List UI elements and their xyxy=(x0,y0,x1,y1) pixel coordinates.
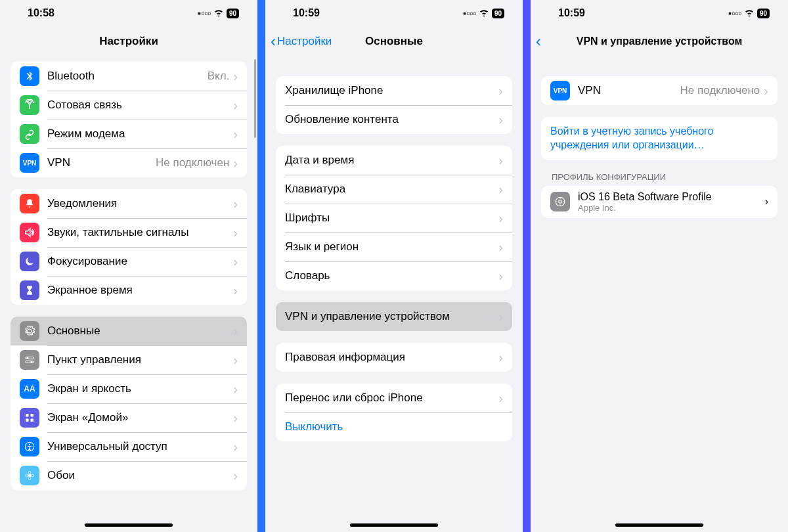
row-notifications[interactable]: Уведомления › xyxy=(11,189,247,218)
battery-icon: 90 xyxy=(492,9,504,18)
row-vpn[interactable]: VPN VPN Не подключен › xyxy=(11,148,247,177)
chevron-right-icon: › xyxy=(233,468,238,483)
row-fonts[interactable]: Шрифты › xyxy=(276,204,512,233)
svg-rect-5 xyxy=(31,414,34,417)
chevron-right-icon: › xyxy=(233,254,238,269)
row-bluetooth[interactable]: Bluetooth Вкл. › xyxy=(11,62,247,91)
vpn-icon: VPN xyxy=(20,153,39,173)
profile-group: iOS 16 Beta Software Profile Apple Inc. … xyxy=(541,186,777,218)
row-label: VPN xyxy=(578,84,680,97)
bell-icon xyxy=(20,194,39,213)
row-vpn-device-management[interactable]: VPN и управление устройством › xyxy=(276,302,512,331)
chevron-right-icon: › xyxy=(765,196,768,208)
vpn-icon: VPN xyxy=(550,81,570,100)
chevron-right-icon: › xyxy=(498,83,503,99)
row-keyboard[interactable]: Клавиатура › xyxy=(276,175,512,204)
vpn-group: VPN и управление устройством › xyxy=(276,302,512,331)
svg-rect-7 xyxy=(31,419,34,422)
chevron-right-icon: › xyxy=(498,112,503,127)
back-button[interactable]: ‹ Настройки xyxy=(271,32,332,51)
row-label: Фокусирование xyxy=(47,255,233,268)
home-indicator[interactable] xyxy=(615,523,703,527)
row-home-screen[interactable]: Экран «Домой» › xyxy=(11,403,247,432)
chevron-right-icon: › xyxy=(233,69,238,84)
chevron-right-icon: › xyxy=(233,225,238,240)
accessibility-icon xyxy=(20,437,39,456)
section-header: ПРОФИЛЬ КОНФИГУРАЦИИ xyxy=(552,172,767,182)
row-label: Звуки, тактильные сигналы xyxy=(47,226,233,239)
speaker-icon xyxy=(20,223,39,242)
hourglass-icon xyxy=(20,280,39,300)
antenna-icon xyxy=(20,95,39,115)
back-label: Настройки xyxy=(277,35,332,48)
bluetooth-icon xyxy=(20,66,39,86)
wifi-icon xyxy=(744,8,755,18)
wifi-icon xyxy=(213,8,224,18)
row-label: Режим модема xyxy=(47,127,233,141)
row-transfer-reset[interactable]: Перенос или сброс iPhone › xyxy=(276,384,512,412)
phone-screen-2: 10:59 ▪▫▫▫ 90 ‹ Настройки Основные Храни… xyxy=(265,0,523,532)
row-hotspot[interactable]: Режим модема › xyxy=(11,120,247,148)
row-control-center[interactable]: Пункт управления › xyxy=(11,345,247,374)
switches-icon xyxy=(20,350,39,370)
battery-icon: 90 xyxy=(227,9,239,18)
row-screentime[interactable]: Экранное время › xyxy=(11,276,247,305)
row-sounds[interactable]: Звуки, тактильные сигналы › xyxy=(11,218,247,247)
scroll-indicator[interactable] xyxy=(254,59,256,138)
row-legal[interactable]: Правовая информация › xyxy=(276,343,512,372)
back-button[interactable]: ‹ xyxy=(536,32,542,51)
profile-text: iOS 16 Beta Software Profile Apple Inc. xyxy=(578,191,765,213)
row-vpn-status[interactable]: VPN VPN Не подключено › xyxy=(541,76,777,105)
home-indicator[interactable] xyxy=(85,523,173,527)
row-background-refresh[interactable]: Обновление контента › xyxy=(276,105,512,134)
row-label: Обои xyxy=(47,469,233,482)
row-shutdown[interactable]: Выключить xyxy=(276,412,512,441)
row-dictionary[interactable]: Словарь › xyxy=(276,261,512,290)
row-datetime[interactable]: Дата и время › xyxy=(276,146,512,175)
general-group: Основные › Пункт управления › AA Экран и… xyxy=(11,317,247,490)
row-cellular[interactable]: Сотовая связь › xyxy=(11,91,247,120)
row-label: Уведомления xyxy=(47,197,233,210)
page-title: Основные xyxy=(365,35,423,48)
profile-subtitle: Apple Inc. xyxy=(578,203,765,213)
clock: 10:59 xyxy=(558,7,585,19)
row-label: Пункт управления xyxy=(47,353,233,366)
row-label: Шрифты xyxy=(285,211,498,225)
notifications-group: Уведомления › Звуки, тактильные сигналы … xyxy=(11,189,247,305)
chevron-right-icon: › xyxy=(233,127,238,142)
storage-group: Хранилище iPhone › Обновление контента › xyxy=(276,76,512,134)
row-accessibility[interactable]: Универсальный доступ › xyxy=(11,432,247,461)
vpn-management-list: VPN VPN Не подключено › Войти в учетную … xyxy=(531,56,788,230)
link-icon xyxy=(20,124,39,144)
chevron-right-icon: › xyxy=(764,83,768,99)
row-configuration-profile[interactable]: iOS 16 Beta Software Profile Apple Inc. … xyxy=(541,186,777,218)
reset-group: Перенос или сброс iPhone › Выключить xyxy=(276,384,512,441)
row-display[interactable]: AA Экран и яркость › xyxy=(11,374,247,403)
connectivity-group: Bluetooth Вкл. › Сотовая связь › Режим м… xyxy=(11,62,247,177)
datetime-group: Дата и время › Клавиатура › Шрифты › Язы… xyxy=(276,146,512,290)
status-bar: 10:59 ▪▫▫▫ 90 xyxy=(265,0,523,26)
row-label: Перенос или сброс iPhone xyxy=(285,391,498,405)
row-focus[interactable]: Фокусирование › xyxy=(11,247,247,276)
page-title: VPN и управление устройством xyxy=(577,35,743,47)
clock: 10:58 xyxy=(28,7,55,19)
row-label: Выключить xyxy=(285,420,503,433)
chevron-right-icon: › xyxy=(498,391,503,406)
row-detail: Вкл. xyxy=(208,70,230,83)
svg-point-2 xyxy=(27,357,29,359)
row-general[interactable]: Основные › xyxy=(11,317,247,345)
signin-link[interactable]: Войти в учетную запись учебного учрежден… xyxy=(541,117,777,160)
row-label: Основные xyxy=(47,324,233,338)
svg-point-11 xyxy=(28,472,31,474)
home-indicator[interactable] xyxy=(350,523,438,527)
row-language[interactable]: Язык и регион › xyxy=(276,233,512,261)
row-wallpaper[interactable]: Обои › xyxy=(11,461,247,490)
row-storage[interactable]: Хранилище iPhone › xyxy=(276,76,512,105)
settings-list: Bluetooth Вкл. › Сотовая связь › Режим м… xyxy=(0,56,257,502)
row-label: Сотовая связь xyxy=(47,99,233,112)
chevron-right-icon: › xyxy=(498,269,503,284)
svg-point-12 xyxy=(28,477,31,480)
moon-icon xyxy=(20,252,39,271)
general-list: Хранилище iPhone › Обновление контента ›… xyxy=(265,56,523,453)
svg-rect-4 xyxy=(26,414,29,417)
